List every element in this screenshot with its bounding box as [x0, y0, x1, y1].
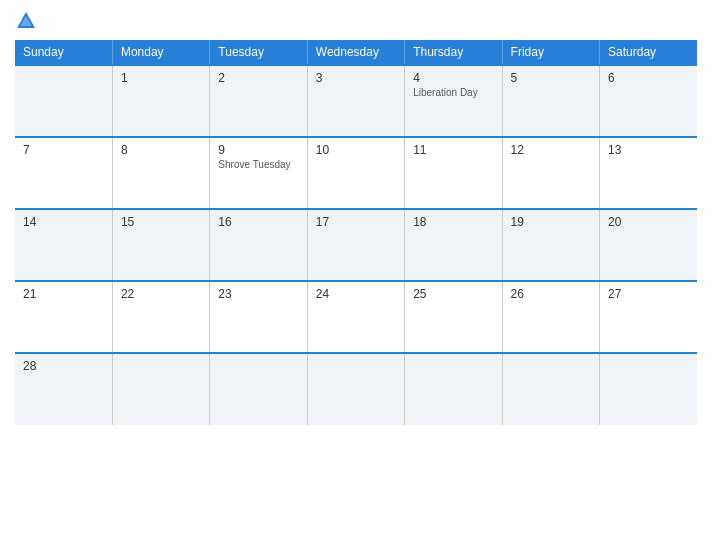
calendar-cell: 8: [112, 137, 209, 209]
day-number: 22: [121, 287, 201, 301]
calendar-cell: [15, 65, 112, 137]
calendar-cell: 22: [112, 281, 209, 353]
day-number: 7: [23, 143, 104, 157]
day-number: 18: [413, 215, 493, 229]
weekday-header-saturday: Saturday: [600, 40, 697, 65]
day-number: 28: [23, 359, 104, 373]
calendar-cell: 23: [210, 281, 307, 353]
calendar-cell: 12: [502, 137, 599, 209]
weekday-header-wednesday: Wednesday: [307, 40, 404, 65]
day-number: 8: [121, 143, 201, 157]
day-number: 5: [511, 71, 591, 85]
day-number: 19: [511, 215, 591, 229]
weekday-header-monday: Monday: [112, 40, 209, 65]
day-number: 25: [413, 287, 493, 301]
calendar-cell: 19: [502, 209, 599, 281]
day-number: 10: [316, 143, 396, 157]
day-number: 1: [121, 71, 201, 85]
calendar-cell: 26: [502, 281, 599, 353]
day-number: 4: [413, 71, 493, 85]
calendar-cell: [405, 353, 502, 425]
calendar-cell: 16: [210, 209, 307, 281]
event-label: Shrove Tuesday: [218, 159, 298, 170]
day-number: 13: [608, 143, 689, 157]
calendar-cell: 21: [15, 281, 112, 353]
weekday-header-thursday: Thursday: [405, 40, 502, 65]
week-row-5: 28: [15, 353, 697, 425]
calendar-cell: 17: [307, 209, 404, 281]
week-row-4: 21222324252627: [15, 281, 697, 353]
calendar-cell: 3: [307, 65, 404, 137]
calendar-cell: [112, 353, 209, 425]
day-number: 16: [218, 215, 298, 229]
day-number: 12: [511, 143, 591, 157]
calendar-cell: 20: [600, 209, 697, 281]
calendar-cell: 9Shrove Tuesday: [210, 137, 307, 209]
calendar-cell: [210, 353, 307, 425]
calendar-cell: 2: [210, 65, 307, 137]
calendar-cell: 4Liberation Day: [405, 65, 502, 137]
weekday-header-tuesday: Tuesday: [210, 40, 307, 65]
day-number: 24: [316, 287, 396, 301]
week-row-1: 1234Liberation Day56: [15, 65, 697, 137]
calendar-cell: 15: [112, 209, 209, 281]
day-number: 15: [121, 215, 201, 229]
week-row-3: 14151617181920: [15, 209, 697, 281]
calendar-cell: 27: [600, 281, 697, 353]
calendar-cell: [307, 353, 404, 425]
day-number: 21: [23, 287, 104, 301]
day-number: 9: [218, 143, 298, 157]
calendar-cell: [600, 353, 697, 425]
calendar-cell: 6: [600, 65, 697, 137]
calendar-cell: 1: [112, 65, 209, 137]
day-number: 23: [218, 287, 298, 301]
week-row-2: 789Shrove Tuesday10111213: [15, 137, 697, 209]
calendar-cell: 11: [405, 137, 502, 209]
day-number: 17: [316, 215, 396, 229]
days-header-row: SundayMondayTuesdayWednesdayThursdayFrid…: [15, 40, 697, 65]
day-number: 27: [608, 287, 689, 301]
calendar-cell: 18: [405, 209, 502, 281]
calendar-cell: 13: [600, 137, 697, 209]
calendar-cell: 28: [15, 353, 112, 425]
day-number: 3: [316, 71, 396, 85]
calendar-cell: 24: [307, 281, 404, 353]
logo: [15, 10, 41, 32]
calendar-cell: 5: [502, 65, 599, 137]
calendar-cell: 7: [15, 137, 112, 209]
header: [15, 10, 697, 32]
day-number: 26: [511, 287, 591, 301]
logo-icon: [15, 10, 37, 32]
calendar-table: SundayMondayTuesdayWednesdayThursdayFrid…: [15, 40, 697, 425]
calendar-cell: 14: [15, 209, 112, 281]
weekday-header-sunday: Sunday: [15, 40, 112, 65]
weekday-header-friday: Friday: [502, 40, 599, 65]
event-label: Liberation Day: [413, 87, 493, 98]
page: SundayMondayTuesdayWednesdayThursdayFrid…: [0, 0, 712, 550]
day-number: 6: [608, 71, 689, 85]
calendar-cell: [502, 353, 599, 425]
day-number: 14: [23, 215, 104, 229]
calendar-cell: 25: [405, 281, 502, 353]
calendar-cell: 10: [307, 137, 404, 209]
day-number: 20: [608, 215, 689, 229]
day-number: 2: [218, 71, 298, 85]
day-number: 11: [413, 143, 493, 157]
